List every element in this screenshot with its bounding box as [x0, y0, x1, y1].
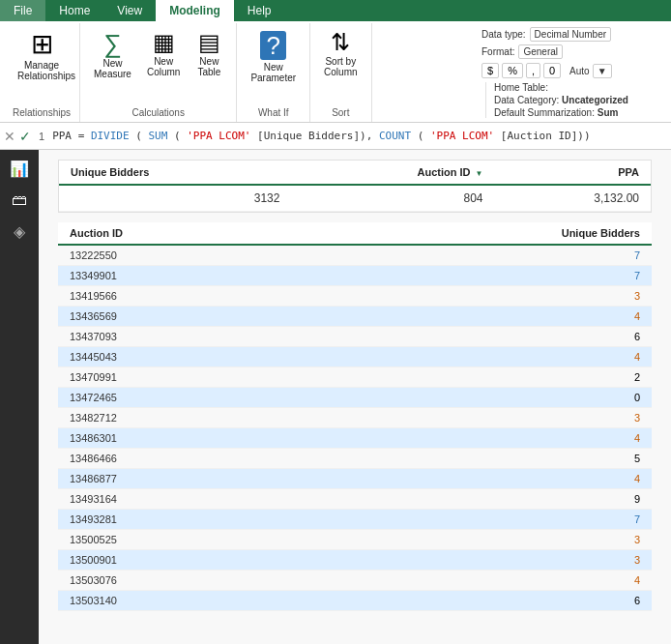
table-row: 134868774 — [58, 469, 652, 489]
summary-auction-id-value: 804 — [291, 185, 494, 212]
manage-relationships-button[interactable]: ⊞ ManageRelationships — [12, 27, 72, 85]
formula-table-ref1: 'PPA LCOM' — [187, 130, 250, 142]
table-cell-unique-bidders: 3 — [312, 550, 652, 571]
table-cell-auction-id: 13445043 — [58, 347, 312, 367]
summary-section: Unique Bidders Auction ID ▼ PPA 3132 — [58, 160, 652, 213]
table-row: 132225507 — [58, 245, 652, 266]
content-area: Unique Bidders Auction ID ▼ PPA 3132 — [39, 150, 671, 644]
sort-group-label: Sort — [332, 105, 349, 118]
summary-col-ppa: PPA — [495, 161, 652, 185]
table-cell-auction-id: 13493281 — [58, 510, 312, 530]
new-table-button[interactable]: ▤ NewTable — [190, 27, 228, 81]
table-cell-auction-id: 13470991 — [58, 367, 312, 388]
table-cell-unique-bidders: 4 — [312, 469, 652, 489]
tab-view[interactable]: View — [103, 0, 156, 21]
tab-modeling[interactable]: Modeling — [156, 0, 234, 21]
relationships-items: ⊞ ManageRelationships — [12, 27, 72, 105]
formula-table-ref2: 'PPA LCOM' — [430, 130, 494, 142]
calculations-group-label: Calculations — [131, 105, 184, 118]
new-column-button[interactable]: ▦ NewColumn — [141, 27, 186, 81]
formula-func-sum: SUM — [149, 130, 168, 142]
format-select[interactable]: General — [518, 44, 563, 59]
table-cell-auction-id: 13437093 — [58, 327, 312, 347]
new-measure-button[interactable]: ∑ NewMeasure — [88, 27, 137, 83]
formula-col-ref2: [Auction ID])) — [501, 130, 591, 142]
table-row: 134864665 — [58, 449, 652, 469]
table-cell-auction-id: 13482712 — [58, 408, 312, 428]
table-row: 134932817 — [58, 510, 652, 530]
auto-select[interactable]: ▼ — [593, 64, 612, 78]
manage-relationships-icon: ⊞ — [31, 31, 53, 58]
table-cell-auction-id: 13486466 — [58, 449, 312, 469]
table-cell-unique-bidders: 4 — [312, 307, 652, 327]
tab-home[interactable]: Home — [45, 0, 103, 21]
formula-content[interactable]: PPA = DIVIDE ( SUM ( 'PPA LCOM' [Unique … — [52, 130, 667, 142]
zero-button[interactable]: 0 — [543, 63, 561, 78]
table-cell-unique-bidders: 4 — [312, 347, 652, 367]
whatif-items: ? NewParameter — [245, 27, 302, 105]
table-row: 134863014 — [58, 428, 652, 449]
sort-by-column-icon: ⇅ — [331, 31, 350, 54]
table-cell-auction-id: 13222550 — [58, 245, 312, 266]
table-cell-unique-bidders: 3 — [312, 408, 652, 428]
table-row: 134724650 — [58, 388, 652, 408]
sidebar-icon-data[interactable]: 🗃 — [0, 186, 39, 215]
table-cell-auction-id: 13493164 — [58, 489, 312, 510]
table-cell-auction-id: 13419566 — [58, 286, 312, 307]
new-parameter-button[interactable]: ? NewParameter — [245, 27, 302, 87]
manage-relationships-label: ManageRelationships — [17, 60, 66, 81]
table-cell-unique-bidders: 0 — [312, 388, 652, 408]
table-row: 135030764 — [58, 571, 652, 591]
data-table-wrap[interactable]: Auction ID Unique Bidders 13222550713349… — [58, 222, 652, 611]
new-parameter-label: NewParameter — [250, 62, 296, 83]
new-measure-icon: ∑ — [103, 31, 122, 56]
dollar-button[interactable]: $ — [481, 63, 499, 78]
table-cell-auction-id: 13436569 — [58, 307, 312, 327]
table-cell-auction-id: 13486877 — [58, 469, 312, 489]
ribbon-group-calculations: ∑ NewMeasure ▦ NewColumn ▤ NewTable Calc… — [80, 23, 237, 122]
comma-button[interactable]: , — [526, 63, 540, 78]
new-table-icon: ▤ — [198, 31, 220, 54]
sort-by-column-button[interactable]: ⇅ Sort byColumn — [318, 27, 363, 81]
table-cell-auction-id: 13472465 — [58, 388, 312, 408]
tab-file[interactable]: File — [0, 0, 45, 21]
table-row: 133499017 — [58, 266, 652, 286]
new-table-label: NewTable — [197, 56, 220, 77]
ribbon-group-relationships: ⊞ ManageRelationships Relationships — [4, 23, 80, 122]
table-row: 134370936 — [58, 327, 652, 347]
percent-button[interactable]: % — [502, 63, 523, 78]
sort-arrow-icon: ▼ — [476, 169, 483, 178]
table-row: 134195663 — [58, 286, 652, 307]
table-cell-auction-id: 13486301 — [58, 428, 312, 449]
data-type-select[interactable]: Decimal Number — [530, 27, 611, 42]
tab-help[interactable]: Help — [234, 0, 285, 21]
sidebar-icon-model[interactable]: ◈ — [0, 217, 39, 247]
table-cell-unique-bidders: 9 — [312, 489, 652, 510]
sort-items: ⇅ Sort byColumn — [318, 27, 363, 105]
table-cell-auction-id: 13503140 — [58, 591, 312, 611]
new-measure-label: NewMeasure — [94, 58, 131, 79]
cancel-formula-button[interactable]: ✕ — [4, 129, 15, 144]
table-cell-unique-bidders: 2 — [312, 367, 652, 388]
ribbon-group-sort: ⇅ Sort byColumn Sort — [310, 23, 371, 122]
table-row: 134450434 — [58, 347, 652, 367]
summary-col-auction-id: Auction ID ▼ — [291, 161, 494, 185]
summary-unique-bidders-value: 3132 — [59, 185, 291, 212]
table-row: 134365694 — [58, 307, 652, 327]
table-row: 134827123 — [58, 408, 652, 428]
formula-func-count: COUNT — [379, 130, 411, 142]
table-row: 135005253 — [58, 530, 652, 550]
summary-table: Unique Bidders Auction ID ▼ PPA 3132 — [59, 161, 651, 212]
accept-formula-button[interactable]: ✓ — [19, 129, 31, 144]
formula-bar: ✕ ✓ 1 PPA = DIVIDE ( SUM ( 'PPA LCOM' [U… — [0, 123, 671, 150]
formula-line-number: 1 — [35, 131, 48, 142]
properties-panel: Data type: Decimal Number Format: Genera… — [474, 23, 667, 122]
table-cell-unique-bidders: 3 — [312, 530, 652, 550]
sidebar-icon-report[interactable]: 📊 — [0, 154, 39, 184]
formula-func-divide: DIVIDE — [91, 130, 130, 142]
summary-ppa-value: 3,132.00 — [495, 185, 652, 212]
table-cell-unique-bidders: 5 — [312, 449, 652, 469]
table-cell-unique-bidders: 6 — [312, 327, 652, 347]
ribbon-group-whatif: ? NewParameter What If — [237, 23, 310, 122]
formula-var: PPA — [52, 130, 72, 142]
